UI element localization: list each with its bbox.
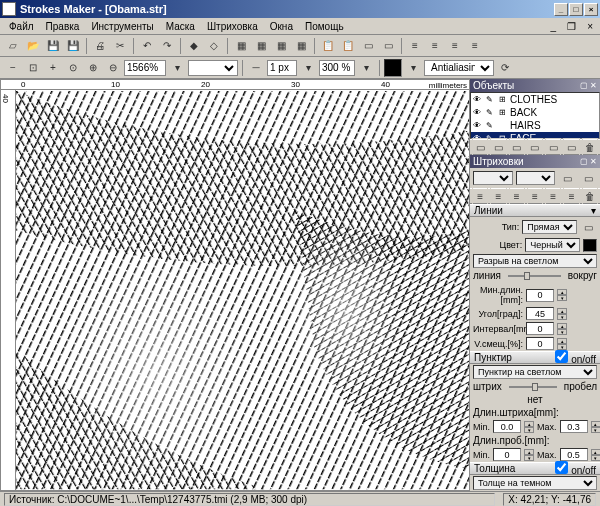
save-as-icon[interactable]: 💾	[64, 37, 82, 55]
dotted-select[interactable]: Пунктир на светлом	[473, 365, 597, 379]
zoom-fit-icon[interactable]: ⊡	[24, 59, 42, 77]
panel-close-icon[interactable]: ✕	[590, 157, 597, 166]
px-input[interactable]	[267, 60, 297, 76]
str-btn-icon[interactable]: ≡	[545, 187, 561, 205]
menu-tools[interactable]: Инструменты	[86, 20, 158, 33]
tool2-icon[interactable]: ◇	[205, 37, 223, 55]
str-btn-icon[interactable]: ≡	[490, 187, 506, 205]
copy-icon[interactable]: 📋	[319, 37, 337, 55]
pct-input[interactable]	[319, 60, 355, 76]
zoom-in-icon[interactable]: +	[44, 59, 62, 77]
onoff-checkbox[interactable]	[555, 461, 568, 474]
zoom-out-icon[interactable]: −	[4, 59, 22, 77]
mask2-icon[interactable]: ▭	[379, 37, 397, 55]
obj-del-icon[interactable]: 🗑	[582, 138, 598, 156]
mask1-icon[interactable]: ▭	[359, 37, 377, 55]
aa-select[interactable]: Antialiasing	[424, 60, 494, 76]
color-select[interactable]: Черный	[525, 238, 580, 252]
layer-row[interactable]: 👁✎⊞CLOTHES	[471, 93, 599, 106]
gap-max-input[interactable]	[560, 448, 588, 461]
zoom-dropdown-icon[interactable]: ▾	[168, 59, 186, 77]
new-icon[interactable]: ▱	[4, 37, 22, 55]
menu-hatch[interactable]: Штриховка	[202, 20, 263, 33]
obj-btn6-icon[interactable]: ▭	[563, 138, 579, 156]
obj-btn1-icon[interactable]: ▭	[472, 138, 488, 156]
layer-list[interactable]: 👁✎⊞CLOTHES👁✎⊞BACK👁✎HAIRS👁✎⊟FACE👁✎Плоскос…	[470, 92, 600, 139]
paste-icon[interactable]: 📋	[339, 37, 357, 55]
pct-dropdown-icon[interactable]: ▾	[357, 59, 375, 77]
redo-icon[interactable]: ↷	[158, 37, 176, 55]
mdi-minimize-button[interactable]: _	[546, 20, 562, 33]
maximize-button[interactable]: □	[569, 3, 583, 16]
stroke-sel1[interactable]	[473, 171, 513, 185]
menu-edit[interactable]: Правка	[41, 20, 85, 33]
menu-help[interactable]: Помощь	[300, 20, 349, 33]
eye-icon[interactable]: 👁	[473, 108, 483, 117]
str-btn-icon[interactable]: ≡	[472, 187, 488, 205]
lock-icon[interactable]: ✎	[486, 108, 496, 117]
layer3-icon[interactable]: ▦	[272, 37, 290, 55]
zoom-input[interactable]	[124, 60, 166, 76]
hatch2-icon[interactable]: ≡	[426, 37, 444, 55]
save-icon[interactable]: 💾	[44, 37, 62, 55]
layer4-icon[interactable]: ▦	[292, 37, 310, 55]
obj-btn3-icon[interactable]: ▭	[509, 138, 525, 156]
mdi-close-button[interactable]: ×	[582, 20, 598, 33]
hatch4-icon[interactable]: ≡	[466, 37, 484, 55]
layer2-icon[interactable]: ▦	[252, 37, 270, 55]
str-btn-icon[interactable]: ≡	[527, 187, 543, 205]
str-btn-icon[interactable]: ≡	[563, 187, 579, 205]
layer1-icon[interactable]: ▦	[232, 37, 250, 55]
canvas[interactable]	[16, 90, 469, 490]
obj-btn4-icon[interactable]: ▭	[527, 138, 543, 156]
layer-row[interactable]: 👁✎⊞BACK	[471, 106, 599, 119]
thick-select[interactable]: Толще на темном	[473, 476, 597, 490]
angle-input[interactable]	[526, 307, 554, 320]
expand-icon[interactable]: ⊞	[499, 108, 507, 117]
color-swatch-icon[interactable]	[384, 59, 402, 77]
lock-icon[interactable]: ✎	[486, 121, 496, 130]
spin-down-icon[interactable]: ▾	[557, 314, 567, 320]
onoff-checkbox[interactable]	[555, 350, 568, 363]
collapse-icon[interactable]: ▾	[591, 205, 596, 216]
obj-btn2-icon[interactable]: ▭	[490, 138, 506, 156]
stroke-load-icon[interactable]: ▭	[558, 169, 576, 187]
spin-down-icon[interactable]: ▾	[591, 427, 600, 433]
spin-down-icon[interactable]: ▾	[524, 427, 534, 433]
open-icon[interactable]: 📂	[24, 37, 42, 55]
minimize-button[interactable]: _	[554, 3, 568, 16]
layer-row[interactable]: 👁✎HAIRS	[471, 119, 599, 132]
stroke-sel2[interactable]	[516, 171, 556, 185]
panel-collapse-icon[interactable]: ▢	[580, 157, 588, 166]
cut-icon[interactable]: ✂	[111, 37, 129, 55]
color-swatch[interactable]	[583, 239, 597, 252]
spin-down-icon[interactable]: ▾	[591, 455, 600, 461]
stroke-save-icon[interactable]: ▭	[579, 169, 597, 187]
tool-icon[interactable]: ◆	[185, 37, 203, 55]
interval-input[interactable]	[526, 322, 554, 335]
minlen-input[interactable]	[526, 289, 554, 302]
spin-down-icon[interactable]: ▾	[557, 329, 567, 335]
spin-down-icon[interactable]: ▾	[524, 455, 534, 461]
panel-collapse-icon[interactable]: ▢	[580, 81, 588, 90]
px-dropdown-icon[interactable]: ▾	[299, 59, 317, 77]
line-slider[interactable]	[508, 275, 561, 277]
str-del-icon[interactable]: 🗑	[582, 187, 598, 205]
dash-min-input[interactable]	[493, 420, 521, 433]
zoom-sel-icon[interactable]: ⊕	[84, 59, 102, 77]
type-select[interactable]: Прямая	[522, 220, 577, 234]
zoom-area-icon[interactable]: ⊖	[104, 59, 122, 77]
zoom-100-icon[interactable]: ⊙	[64, 59, 82, 77]
print-icon[interactable]: 🖨	[91, 37, 109, 55]
swatch-drop-icon[interactable]: ▾	[404, 59, 422, 77]
expand-icon[interactable]: ⊞	[499, 95, 507, 104]
preset-select[interactable]	[188, 60, 238, 76]
mdi-restore-button[interactable]: ❐	[562, 20, 581, 33]
close-button[interactable]: ×	[584, 3, 598, 16]
menu-windows[interactable]: Окна	[265, 20, 298, 33]
menu-file[interactable]: Файл	[4, 20, 39, 33]
obj-btn5-icon[interactable]: ▭	[545, 138, 561, 156]
panel-close-icon[interactable]: ✕	[590, 81, 597, 90]
eye-icon[interactable]: 👁	[473, 95, 483, 104]
type-opt-icon[interactable]: ▭	[580, 218, 597, 236]
